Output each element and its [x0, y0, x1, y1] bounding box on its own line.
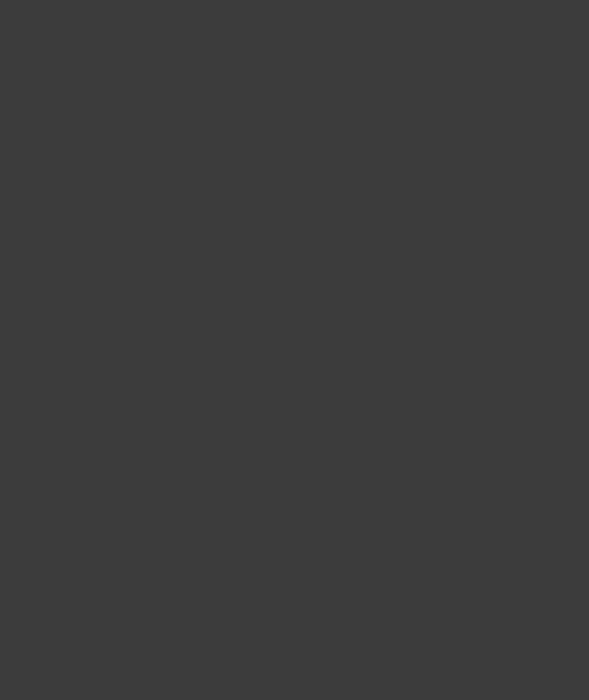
- main-canvas-area: [0, 0, 315, 700]
- right-panel: Remove Background Select Subject Layers …: [315, 0, 589, 700]
